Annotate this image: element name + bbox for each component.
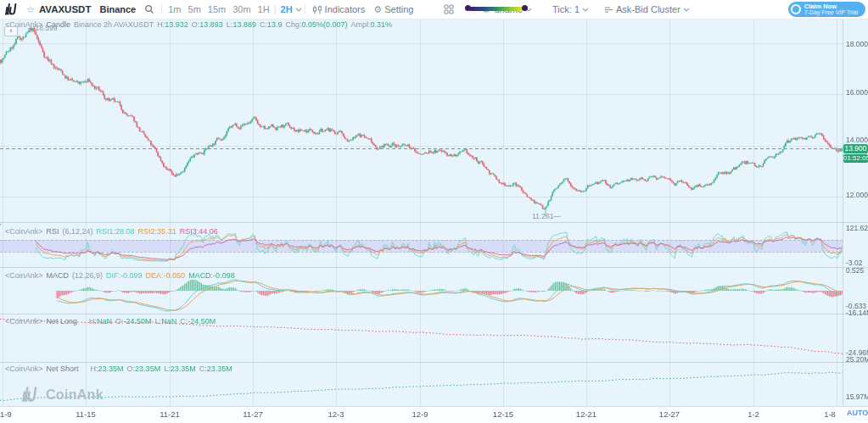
legend-collapse-button[interactable]: ∧ (4, 26, 18, 36)
indicators-button[interactable]: Indicators (308, 4, 370, 14)
coinank-logo-icon (5, 3, 20, 16)
legend-indicator-name[interactable]: Net Long (47, 317, 78, 326)
price-tick-18000: 18.000 (846, 40, 868, 48)
setting-button[interactable]: ⚙ Setting (369, 4, 417, 15)
timeframe-30m[interactable]: 30m (229, 4, 254, 14)
legend-indicator-name[interactable]: Net Short (47, 365, 79, 373)
askbid-cluster-dropdown[interactable]: Ask-Bid Cluster (600, 4, 694, 14)
cluster-bars-icon (604, 6, 613, 14)
rsi-pane-expander-icon[interactable]: › (0, 220, 1, 229)
legend-indicator-name[interactable]: MACD (47, 271, 70, 280)
timeframe-2h-active[interactable]: 2H (277, 4, 294, 14)
time-tick: 11-27 (238, 409, 267, 419)
legend-source: <CoinAnk> (5, 271, 43, 280)
rsi1-value: RSI1:28.08 (97, 227, 135, 236)
candle-amplitude: Ampl:0.31% (351, 20, 393, 29)
rsi2-value: RSI2:35.31 (138, 227, 176, 236)
tick-dropdown[interactable]: Tick: 1 (548, 4, 593, 14)
gradient-bar (469, 7, 524, 11)
macd-params: (12,26,9) (72, 271, 103, 280)
current-price-badge: 13.900 (843, 144, 868, 153)
netshort-axis-top: 25.20M (846, 355, 868, 364)
candle-legend: <CoinAnk> Candle Binance 2h AVAXUSDT H:1… (5, 20, 392, 29)
indicators-label: Indicators (325, 4, 366, 14)
netlong-axis-top: -16.14M (846, 309, 868, 317)
search-icon[interactable] (140, 4, 159, 14)
auto-scale-button[interactable]: AUTO (847, 409, 868, 417)
rsi-params: (6,12,24) (63, 227, 93, 236)
gradient-handle-right[interactable] (522, 5, 528, 11)
legend-source: <CoinAnk> (5, 227, 43, 236)
netshort-axis-bottom: 15.97M (846, 392, 868, 401)
vip-line2: 7-Day Free VIP Trial (804, 9, 858, 16)
legend-indicator-name[interactable]: RSI (47, 227, 59, 236)
coinank-watermark-logo-icon (22, 387, 41, 404)
rsi-axis-top: 121.62 (846, 224, 868, 232)
watermark-text: CoinAnk (46, 387, 104, 403)
netshort-high: H:23.35M (91, 365, 124, 373)
vip-trial-button[interactable]: Claim Now 7-Day Free VIP Trial (788, 2, 865, 17)
macd-value: MACD:-0.098 (188, 271, 235, 280)
netlong-legend: <CoinAnk> Net Long H:NaN O:-24.50M L:NaN… (5, 317, 216, 326)
vip-badge-icon (791, 4, 801, 14)
candle-change: Chg:0.05%(0.007) (285, 20, 347, 29)
exchange-label[interactable]: Binance (95, 4, 140, 14)
price-tick-12000: 12.000 (846, 191, 868, 199)
top-toolbar: ☆ AVAXUSDT Binance 1m 5m 15m 30m 1H | 2H… (0, 0, 868, 19)
price-tick-14000: 14.000 (846, 136, 868, 144)
tick-value: 1 (574, 4, 580, 14)
time-tick: 12-27 (655, 409, 684, 419)
time-tick: 1-9 (0, 409, 29, 419)
setting-label: Setting (384, 4, 413, 14)
netshort-low: L:23.35M (164, 365, 196, 373)
timeframe-1h[interactable]: 1H (255, 4, 273, 14)
time-tick: 11-21 (155, 409, 184, 419)
time-tick: 12-21 (572, 409, 601, 419)
toolbar-divider (161, 4, 162, 14)
time-tick: 1-8 (815, 409, 844, 419)
netlong-low: L:NaN (155, 317, 177, 326)
symbol-label[interactable]: AVAXUSDT (35, 4, 96, 14)
candle-close: C:13.9 (260, 20, 283, 29)
price-tick-16000: 16.000 (846, 88, 868, 97)
askbid-chevron-down-icon (683, 8, 690, 12)
macd-legend: <CoinAnk> MACD (12,26,9) DIF:-0.099 DEA:… (5, 271, 235, 280)
timeframe-15m[interactable]: 15m (204, 4, 229, 14)
time-tick: 12-15 (489, 409, 518, 419)
timeframe-chevron-down-icon[interactable] (295, 8, 302, 12)
netlong-high: H:NaN (89, 317, 112, 326)
time-tick: 1-2 (739, 409, 768, 419)
askbid-label: Ask-Bid Cluster (616, 4, 680, 14)
toolbar-divider (305, 4, 305, 14)
timeframe-1m[interactable]: 1m (165, 4, 184, 14)
netshort-open: O:23.35M (127, 365, 161, 373)
candle-countdown-badge: 01:52:05 (843, 154, 868, 163)
timeframe-5m[interactable]: 5m (185, 4, 204, 14)
candle-high: H:13.932 (157, 20, 188, 29)
rsi-legend: <CoinAnk> RSI (6,12,24) RSI1:28.08 RSI2:… (5, 227, 218, 236)
netlong-close: C:-24.50M (180, 317, 216, 326)
netshort-legend: <CoinAnk> Net Short H:23.35M O:23.35M L:… (5, 365, 232, 373)
low-price-marker: 11.261— (532, 212, 561, 220)
candle-open: O:13.893 (192, 20, 223, 29)
coinank-watermark: CoinAnk (22, 387, 104, 404)
candle-low: L:13.889 (227, 20, 256, 29)
price-chart-canvas[interactable] (0, 0, 868, 423)
dif-value: DIF:-0.099 (106, 271, 143, 280)
macd-axis-top: 0.525 (846, 266, 864, 275)
time-tick: 11-15 (71, 409, 100, 419)
tick-chevron-down-icon (582, 8, 589, 12)
netshort-close: C:23.35M (199, 365, 232, 373)
dea-value: DEA:-0.050 (146, 271, 186, 280)
layout-grid-button[interactable] (440, 4, 458, 14)
rsi3-value: RSI3:44.06 (180, 227, 218, 236)
favorite-star-icon[interactable]: ☆ (26, 4, 35, 15)
legend-source: <CoinAnk> (5, 317, 43, 326)
high-price-marker: —18.599 (28, 24, 58, 32)
gear-icon: ⚙ (373, 4, 382, 15)
legend-desc: Binance 2h AVAXUSDT (74, 20, 154, 29)
tick-label: Tick: (552, 4, 572, 14)
heatmap-gradient-slider[interactable] (467, 5, 526, 12)
legend-source: <CoinAnk> (5, 365, 43, 373)
vip-line1: Claim Now (804, 3, 858, 10)
